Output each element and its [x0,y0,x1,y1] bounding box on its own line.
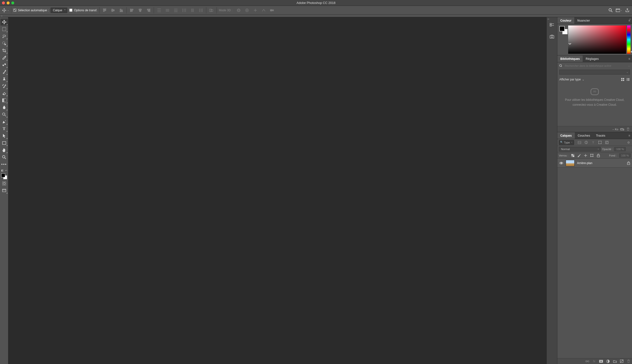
grid-view-icon[interactable] [621,78,625,82]
3d-camera-button[interactable] [269,7,275,14]
dist-left-button[interactable] [181,7,187,14]
history-panel-icon[interactable] [548,22,555,28]
fill-value[interactable]: 100 % [619,154,630,158]
layer-name[interactable]: Arrière-plan [577,162,625,165]
eyedropper-tool[interactable] [1,54,8,61]
layout-arrange-button[interactable]: ⌄ [616,7,622,14]
transform-controls-checkbox[interactable]: Options de transf. [69,8,97,12]
crop-tool[interactable] [1,47,8,54]
zoom-tool[interactable] [1,154,8,161]
healing-brush-tool[interactable] [1,61,8,68]
chevron-down-icon[interactable]: ⌄ [582,78,584,81]
color-foreground-swatch[interactable] [559,26,565,32]
hue-slider-thumb[interactable] [630,51,632,53]
opacity-value[interactable]: 100 % [614,147,625,151]
properties-panel-icon[interactable] [548,34,555,40]
tab-channels[interactable]: Couches [575,132,593,139]
swap-colors-icon[interactable]: ⤺ [5,169,7,172]
tab-swatches[interactable]: Nuancier [574,17,593,24]
panel-menu-icon[interactable]: ≡ [626,56,632,62]
clone-stamp-tool[interactable] [1,76,8,82]
delete-layer-icon[interactable] [626,359,630,363]
layer-lock-icon[interactable] [627,162,630,165]
rect-marquee-tool[interactable] [1,26,8,32]
foreground-color[interactable] [1,174,5,177]
dist-vcenter-button[interactable] [164,7,171,14]
lock-transparent-icon[interactable] [571,154,575,158]
history-brush-tool[interactable] [1,83,8,90]
new-group-icon[interactable] [613,359,617,363]
current-tool-indicator[interactable]: ⌄ [2,8,9,13]
close-window-button[interactable] [2,2,5,4]
dist-right-button[interactable] [198,7,204,14]
link-layers-icon[interactable] [585,359,589,363]
eraser-tool[interactable] [1,90,8,97]
type-tool[interactable]: T [1,125,8,132]
fullscreen-window-button[interactable] [11,2,14,4]
quick-select-tool[interactable] [1,40,8,47]
blend-mode-select[interactable]: Normal [559,147,600,151]
rectangle-shape-tool[interactable] [1,140,8,146]
minimize-window-button[interactable] [7,2,10,4]
brush-tool[interactable] [1,68,8,75]
filter-smart-icon[interactable] [605,140,609,144]
layer-filter-type-select[interactable]: Type [559,140,574,145]
list-view-icon[interactable] [626,78,630,82]
layer-mask-icon[interactable] [599,359,603,363]
3d-pan-button[interactable] [252,7,258,14]
library-select[interactable]: ⌄ [559,70,630,74]
new-layer-icon[interactable] [620,359,624,363]
default-colors-icon[interactable]: ◧ [1,169,4,172]
filter-toggle-switch[interactable] [627,142,629,144]
lock-all-icon[interactable] [596,154,600,158]
filter-text-icon[interactable]: T [591,140,595,144]
color-field[interactable] [568,26,626,54]
tab-layers[interactable]: Calques [557,132,575,139]
tab-paths[interactable]: Tracés [593,132,608,139]
layer-thumbnail[interactable] [566,160,574,166]
blur-tool[interactable] [1,104,8,111]
lock-position-icon[interactable] [584,154,587,158]
layer-row[interactable]: Arrière-plan [557,159,632,168]
auto-align-button[interactable] [208,7,215,14]
collapse-dock-icon[interactable]: ‹‹ [547,18,549,20]
pen-tool[interactable] [1,118,8,125]
move-tool[interactable] [1,19,8,26]
filter-shape-icon[interactable] [598,140,602,144]
tab-adjustments[interactable]: Réglages [583,56,601,62]
library-filter-label[interactable]: Afficher par type [559,78,581,81]
tab-color[interactable]: Couleur [557,17,574,24]
tab-libraries[interactable]: Bibliothèques [557,56,583,62]
dist-top-button[interactable] [156,7,162,14]
lasso-tool[interactable] [1,33,8,40]
align-left-edges-button[interactable] [129,7,135,14]
search-button[interactable] [607,7,614,14]
lock-artboard-icon[interactable] [590,154,594,158]
panel-menu-icon[interactable]: ≡ [626,132,632,139]
path-select-tool[interactable] [1,132,8,139]
align-vertical-centers-button[interactable] [110,7,116,14]
3d-roll-button[interactable] [244,7,250,14]
3d-orbit-button[interactable] [235,7,242,14]
dist-hcenter-button[interactable] [189,7,196,14]
foreground-background-swatch[interactable] [1,173,8,180]
filter-pixel-icon[interactable] [577,140,581,144]
edit-toolbar-button[interactable]: ••• [1,161,8,168]
align-bottom-edges-button[interactable] [118,7,125,14]
hue-slider[interactable] [627,26,630,54]
quick-mask-button[interactable] [1,180,8,187]
trash-icon[interactable] [626,127,630,131]
chevron-down-icon[interactable]: ⌄ [628,64,630,67]
expand-left-dock-icon[interactable]: ›› [1,15,3,17]
align-top-edges-button[interactable] [101,7,108,14]
share-button[interactable] [624,7,630,14]
dodge-tool[interactable] [1,111,8,118]
filter-adjust-icon[interactable] [584,140,588,144]
screen-mode-button[interactable] [1,187,8,194]
layer-visibility-icon[interactable] [559,162,563,164]
layer-fx-icon[interactable]: fx [592,359,596,363]
library-search-input[interactable] [565,64,628,67]
hand-tool[interactable] [1,147,8,154]
new-adjustment-icon[interactable] [606,359,610,363]
gradient-tool[interactable] [1,97,8,104]
